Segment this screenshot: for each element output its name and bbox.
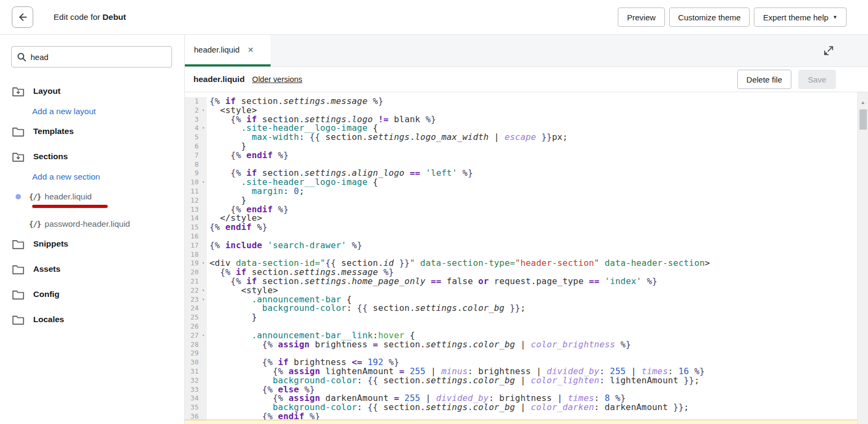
fold-arrow-icon[interactable]: ▾	[200, 286, 207, 295]
fold-gutter	[200, 403, 207, 412]
code-line[interactable]: 7 {% endif %}	[185, 151, 857, 160]
scroll-up-icon[interactable]: ▲	[858, 92, 868, 105]
line-number: 10	[185, 178, 200, 187]
code-text: max-width: {{ section.settings.logo_max_…	[207, 133, 568, 142]
fold-arrow-icon[interactable]: ▾	[200, 331, 207, 340]
line-number: 29	[185, 349, 200, 358]
expert-theme-help-button[interactable]: Expert theme help ▼	[754, 8, 847, 27]
folder-icon	[12, 314, 25, 325]
code-line[interactable]: 28 {% assign brightness = section.settin…	[185, 340, 857, 349]
line-number: 16	[185, 232, 200, 241]
line-number: 1	[185, 97, 200, 106]
code-file-icon: {/}	[29, 192, 41, 201]
code-line[interactable]: 17{% include 'search-drawer' %}	[185, 241, 857, 250]
code-line[interactable]: 1{% if section.settings.message %}	[185, 97, 857, 106]
save-button[interactable]: Save	[798, 70, 836, 89]
file-tree-sidebar: LayoutAdd a new layout Templates Section…	[0, 35, 185, 424]
fold-gutter	[200, 376, 207, 385]
fold-gutter	[200, 232, 207, 241]
fold-gutter	[200, 322, 207, 331]
fold-arrow-icon[interactable]: ▾	[200, 106, 207, 115]
theme-name: Debut	[102, 12, 126, 21]
fold-gutter	[200, 367, 207, 376]
sidebar-folder-assets[interactable]: Assets	[0, 263, 184, 276]
sidebar-link-add-a-new-section[interactable]: Add a new section	[0, 171, 184, 183]
sidebar-folder-sections[interactable]: Sections	[0, 150, 184, 163]
fold-gutter	[200, 97, 207, 106]
line-number: 13	[185, 205, 200, 214]
fold-arrow-icon[interactable]: ▾	[200, 124, 207, 133]
line-number: 14	[185, 214, 200, 223]
line-number: 2	[185, 106, 200, 115]
fold-gutter	[200, 394, 207, 403]
code-line[interactable]: 24 background-color: {{ section.settings…	[185, 304, 857, 313]
sidebar-folder-templates[interactable]: Templates	[0, 125, 184, 138]
line-number: 22	[185, 286, 200, 295]
scrollbar-thumb[interactable]	[859, 109, 867, 130]
fold-gutter	[200, 187, 207, 196]
code-line[interactable]: 25 }	[185, 313, 857, 322]
fold-arrow-icon[interactable]: ▾	[200, 295, 207, 304]
folder-label: Assets	[33, 264, 61, 274]
fold-gutter	[200, 133, 207, 142]
code-line[interactable]: 5 max-width: {{ section.settings.logo_ma…	[185, 133, 857, 142]
line-number: 32	[185, 376, 200, 385]
line-number: 8	[185, 160, 200, 169]
fold-gutter	[200, 304, 207, 313]
sidebar-link-add-a-new-layout[interactable]: Add a new layout	[0, 106, 184, 117]
back-button[interactable]	[12, 6, 33, 28]
search-input[interactable]	[31, 53, 166, 62]
sidebar-file-header-liquid[interactable]: {/}header.liquid	[0, 190, 184, 203]
folder-label: Locales	[33, 315, 64, 324]
folder-open-icon	[12, 86, 25, 97]
editor-scrollbar[interactable]: ▲	[857, 92, 868, 424]
back-arrow-icon	[17, 12, 28, 23]
sidebar-file-password-header-liquid[interactable]: {/}password-header.liquid	[0, 218, 184, 230]
sidebar-folder-config[interactable]: Config	[0, 288, 184, 301]
file-header: header.liquid Older versions Delete file…	[185, 67, 868, 92]
sidebar-folder-locales[interactable]: Locales	[0, 313, 184, 326]
line-number: 15	[185, 223, 200, 232]
preview-button[interactable]: Preview	[618, 8, 664, 27]
page-title: Edit code for Debut	[54, 12, 126, 22]
code-line[interactable]: 13 {% endif %}	[185, 205, 857, 214]
tab-close-icon[interactable]: ✕	[248, 46, 254, 54]
line-number: 9	[185, 169, 200, 178]
file-search-box[interactable]	[11, 46, 172, 68]
code-line[interactable]: 11 margin: 0;	[185, 187, 857, 196]
customize-theme-button[interactable]: Customize theme	[669, 8, 750, 27]
fold-gutter	[200, 223, 207, 232]
fold-gutter	[200, 340, 207, 349]
folder-label: Layout	[33, 86, 61, 96]
fold-arrow-icon[interactable]: ▾	[200, 178, 207, 187]
line-number: 34	[185, 394, 200, 403]
code-line[interactable]: 21 {% if section.settings.home_page_only…	[185, 277, 857, 286]
fold-arrow-icon[interactable]: ▾	[200, 259, 207, 268]
line-number: 6	[185, 142, 200, 151]
highlighted-line-strip	[185, 420, 857, 424]
delete-file-button[interactable]: Delete file	[737, 70, 791, 89]
folder-open-icon	[12, 151, 25, 162]
fold-gutter	[200, 160, 207, 169]
fold-gutter	[200, 268, 207, 277]
tab-header-liquid[interactable]: header.liquid ✕	[185, 35, 271, 66]
code-editor[interactable]: 1{% if section.settings.message %}2▾ <st…	[185, 92, 868, 424]
sidebar-folder-snippets[interactable]: Snippets	[0, 237, 184, 250]
fold-gutter	[200, 250, 207, 259]
code-line[interactable]: 14 </style>	[185, 214, 857, 223]
tab-strip: header.liquid ✕	[185, 35, 868, 67]
code-line[interactable]: 15{% endif %}	[185, 223, 857, 232]
line-number: 27	[185, 331, 200, 340]
line-number: 33	[185, 385, 200, 395]
line-number: 31	[185, 367, 200, 376]
sidebar-folder-layout[interactable]: Layout	[0, 85, 184, 98]
sidebar-tree: LayoutAdd a new layout Templates Section…	[0, 85, 184, 326]
older-versions-link[interactable]: Older versions	[252, 75, 302, 84]
line-number: 25	[185, 313, 200, 322]
line-number: 24	[185, 304, 200, 313]
fullscreen-icon[interactable]	[823, 45, 834, 56]
line-number: 26	[185, 322, 200, 331]
line-number: 28	[185, 340, 200, 349]
fold-gutter	[200, 196, 207, 205]
line-number: 5	[185, 133, 200, 142]
